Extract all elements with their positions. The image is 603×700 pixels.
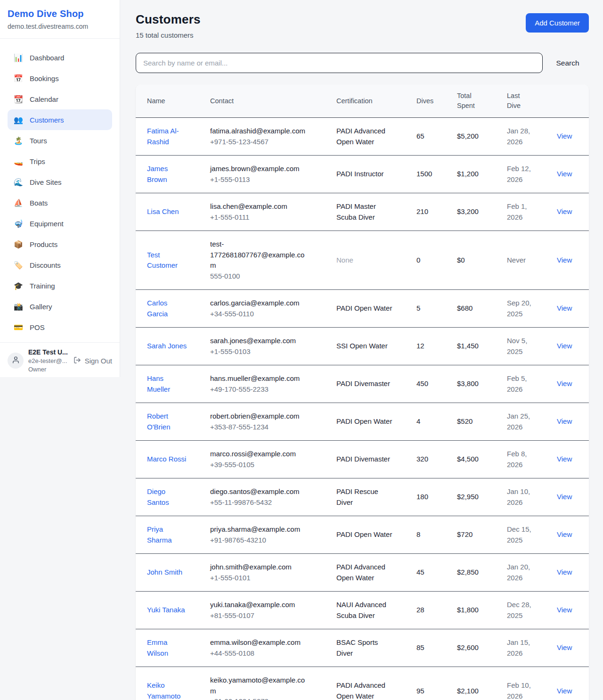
customer-phone: +81-90-1234-5678 (210, 696, 325, 700)
customer-certification: PADI Divemaster (336, 454, 396, 465)
user-panel: E2E Test U... e2e-tester@... Owner Sign … (0, 342, 120, 379)
sidebar-item-dive-sites[interactable]: 🌊 Dive Sites (8, 172, 112, 192)
view-customer-link[interactable]: View (557, 568, 572, 576)
customer-name-link[interactable]: Hans Mueller (147, 373, 187, 395)
customer-last-dive: Jan 28, 2026 (507, 126, 536, 147)
customer-name-link[interactable]: Robert O'Brien (147, 411, 187, 432)
table-row: Yuki Tanaka yuki.tanaka@example.com +81-… (136, 592, 589, 629)
customer-last-dive: Never (507, 255, 536, 266)
customer-name-link[interactable]: John Smith (147, 567, 182, 578)
sidebar-item-label: Trips (30, 157, 45, 165)
sidebar-item-bookings[interactable]: 📅 Bookings (8, 68, 112, 89)
customer-email: emma.wilson@example.com (210, 637, 310, 648)
speedboat-icon: 🚤 (13, 157, 24, 166)
customer-email: lisa.chen@example.com (210, 201, 310, 212)
view-customer-link[interactable]: View (557, 606, 572, 614)
customer-last-dive: Feb 12, 2026 (507, 164, 536, 185)
customer-name-link[interactable]: Marco Rossi (147, 454, 186, 465)
table-row: James Brown james.brown@example.com +1-5… (136, 156, 589, 193)
customer-email: robert.obrien@example.com (210, 411, 310, 422)
add-customer-button[interactable]: Add Customer (526, 13, 589, 33)
table-row: Diego Santos diego.santos@example.com +5… (136, 478, 589, 516)
sidebar-item-label: Boats (30, 199, 48, 207)
customer-name-link[interactable]: Fatima Al-Rashid (147, 126, 187, 147)
sidebar-item-customers[interactable]: 👥 Customers (8, 109, 112, 130)
search-input[interactable] (136, 53, 543, 73)
customer-name-link[interactable]: James Brown (147, 164, 187, 185)
page-header-text: Customers 15 total customers (136, 12, 201, 39)
customer-dives: 85 (416, 643, 424, 651)
customer-total-spent: $1,450 (457, 342, 479, 350)
customer-last-dive: Dec 28, 2025 (507, 600, 536, 621)
label-icon: 🏷️ (13, 261, 24, 270)
view-customer-link[interactable]: View (557, 493, 572, 501)
customer-email: test-1772681807767@example.com (210, 239, 310, 271)
sidebar-item-training[interactable]: 🎓 Training (8, 275, 112, 296)
view-customer-link[interactable]: View (557, 170, 572, 178)
table-row: Test Customer test-1772681807767@example… (136, 231, 589, 290)
customer-name-link[interactable]: Yuki Tanaka (147, 605, 185, 616)
sidebar-item-gallery[interactable]: 📸 Gallery (8, 296, 112, 317)
customer-certification: PADI Divemaster (336, 379, 396, 389)
view-customer-link[interactable]: View (557, 256, 572, 264)
sidebar-item-boats[interactable]: ⛵ Boats (8, 192, 112, 213)
view-customer-link[interactable]: View (557, 455, 572, 463)
view-customer-link[interactable]: View (557, 379, 572, 387)
customer-name-link[interactable]: Sarah Jones (147, 341, 187, 352)
sidebar-item-label: Tours (30, 137, 47, 145)
customer-total-spent: $2,100 (457, 687, 479, 695)
table-row: John Smith john.smith@example.com +1-555… (136, 554, 589, 592)
sign-out-button[interactable]: Sign Out (73, 356, 112, 365)
customer-dives: 210 (416, 207, 428, 215)
column-header-name: Name (136, 84, 204, 118)
sidebar-item-trips[interactable]: 🚤 Trips (8, 151, 112, 172)
customer-total-spent: $3,800 (457, 379, 479, 387)
view-customer-link[interactable]: View (557, 417, 572, 425)
customer-phone: +1-555-0103 (210, 346, 325, 357)
view-customer-link[interactable]: View (557, 643, 572, 651)
customer-certification: PADI Open Water (336, 529, 396, 540)
table-row: Fatima Al-Rashid fatima.alrashid@example… (136, 118, 589, 156)
view-customer-link[interactable]: View (557, 530, 572, 538)
sidebar-item-label: Products (30, 240, 57, 248)
table-row: Sarah Jones sarah.jones@example.com +1-5… (136, 328, 589, 365)
customer-name-link[interactable]: Emma Wilson (147, 637, 187, 659)
brand: Demo Dive Shop demo.test.divestreams.com (0, 0, 120, 39)
view-customer-link[interactable]: View (557, 342, 572, 350)
customer-total-spent: $2,600 (457, 643, 479, 651)
customer-email: yuki.tanaka@example.com (210, 600, 310, 610)
sidebar-item-pos[interactable]: 💳 POS (8, 317, 112, 338)
sidebar-item-tours[interactable]: 🏝️ Tours (8, 130, 112, 151)
customer-phone: +44-555-0108 (210, 648, 325, 659)
view-customer-link[interactable]: View (557, 304, 572, 312)
sidebar-item-products[interactable]: 📦 Products (8, 234, 112, 255)
customer-dives: 180 (416, 493, 428, 501)
view-customer-link[interactable]: View (557, 687, 572, 695)
island-icon: 🏝️ (13, 136, 24, 145)
search-button[interactable]: Search (546, 59, 589, 67)
customer-name-link[interactable]: Keiko Yamamoto (147, 680, 187, 700)
customer-dives: 5 (416, 304, 420, 312)
customer-name-link[interactable]: Carlos Garcia (147, 298, 187, 319)
customer-last-dive: Feb 1, 2026 (507, 201, 536, 222)
customer-email: hans.mueller@example.com (210, 373, 310, 384)
view-customer-link[interactable]: View (557, 207, 572, 215)
tear-off-calendar-icon: 📆 (13, 95, 24, 104)
customer-certification: PADI Open Water (336, 416, 396, 427)
customer-phone: 555-0100 (210, 271, 325, 282)
customer-name-link[interactable]: Diego Santos (147, 486, 187, 508)
sidebar-item-dashboard[interactable]: 📊 Dashboard (8, 47, 112, 68)
customer-name-link[interactable]: Priya Sharma (147, 524, 187, 545)
customer-total-spent: $0 (457, 256, 465, 264)
page-header: Customers 15 total customers Add Custome… (136, 12, 589, 39)
sidebar-item-equipment[interactable]: 🤿 Equipment (8, 213, 112, 234)
customer-dives: 95 (416, 687, 424, 695)
customer-name-link[interactable]: Test Customer (147, 250, 187, 271)
avatar (8, 353, 24, 369)
customer-table-body: Fatima Al-Rashid fatima.alrashid@example… (136, 118, 589, 700)
sidebar-item-calendar[interactable]: 📆 Calendar (8, 89, 112, 109)
sidebar-item-discounts[interactable]: 🏷️ Discounts (8, 255, 112, 275)
customer-name-link[interactable]: Lisa Chen (147, 206, 179, 217)
customer-total-spent: $4,500 (457, 455, 479, 463)
view-customer-link[interactable]: View (557, 132, 572, 140)
